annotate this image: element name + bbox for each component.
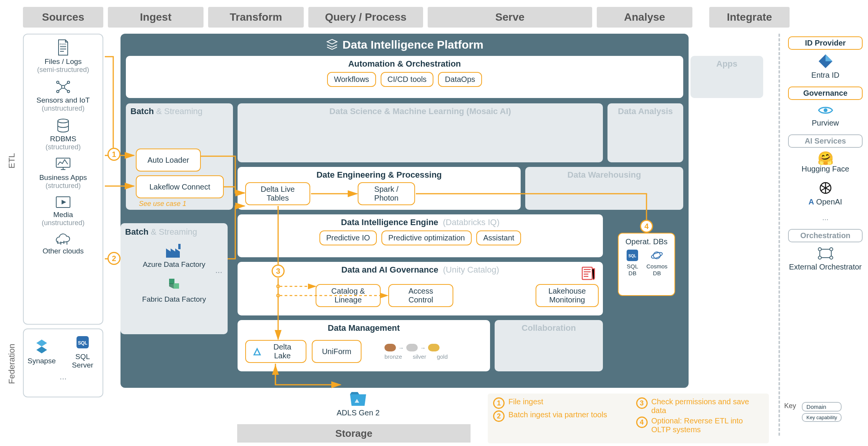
svg-point-23 xyxy=(818,256,821,259)
step-1: 1 xyxy=(107,148,121,161)
bs-b2: & Streaming xyxy=(148,227,197,237)
box-title-dm: Data Management xyxy=(238,320,490,333)
svg-text:SQL: SQL xyxy=(629,254,637,258)
box-dw: Data Warehousing xyxy=(525,167,683,210)
step-4: 4 xyxy=(640,220,653,233)
fed-label: SQL Server xyxy=(67,353,99,369)
stack-icon xyxy=(326,38,339,51)
source-subtitle: (unstructured) xyxy=(28,105,99,113)
box-di-engine: Data Intelligence Engine (Databricks IQ)… xyxy=(238,214,603,257)
svg-point-1 xyxy=(62,85,65,88)
source-title: RDBMS xyxy=(50,135,77,143)
gold-icon xyxy=(428,344,440,351)
integrate-column: ID Provider Entra ID Governance Purview … xyxy=(788,36,863,278)
factory-icon xyxy=(164,242,184,259)
source-media: Media (unstructured) xyxy=(28,195,99,227)
openai-label: OpenAI xyxy=(816,198,842,206)
source-title: Business Apps xyxy=(39,173,87,181)
side-label-etl: ETL xyxy=(7,123,17,199)
box-data-analysis: Data Analysis xyxy=(607,103,683,162)
bs-b: & Streaming xyxy=(154,106,202,116)
chip-cicd: CI/CD tools xyxy=(381,72,433,87)
bs-a2: Batch xyxy=(125,227,148,237)
legend-text-3: Check permissions and save data xyxy=(651,397,764,415)
legend-step-4: 4 xyxy=(636,417,648,428)
sources-fed-box: Synapse SQL SQL Server ... xyxy=(23,328,103,397)
source-bizapps: Business Apps (structured) xyxy=(28,157,99,190)
key-label: Key xyxy=(784,402,796,410)
di-title: Data Intelligence Engine xyxy=(341,217,438,227)
chip-workflows: Workflows xyxy=(327,72,376,87)
int-hf: 🤗 Hugging Face xyxy=(788,152,863,173)
hf-label: Hugging Face xyxy=(788,165,863,173)
svg-point-6 xyxy=(58,119,68,123)
box-ext-ingest: Batch & Streaming Azure Data Factory ...… xyxy=(121,223,228,334)
adls-block: ADLS Gen 2 xyxy=(337,390,379,417)
col-header-analyse: Analyse xyxy=(597,7,692,28)
sql-icon: SQL xyxy=(626,249,639,262)
chip-catalog: Catalog & Lineage xyxy=(316,284,381,307)
legend-box: 1File ingest 2Batch ingest via partner t… xyxy=(488,394,769,443)
col-header-serve: Serve xyxy=(428,7,592,28)
fed-synapse: Synapse xyxy=(28,338,56,365)
box-title-dw: Data Warehousing xyxy=(525,167,683,180)
source-title: Media xyxy=(53,211,73,219)
source-sensors: Sensors and IoT (unstructured) xyxy=(28,79,99,113)
source-subtitle: (structured) xyxy=(28,143,99,151)
sqlserver-icon: SQL xyxy=(74,334,91,351)
orchestrator-icon xyxy=(817,246,834,261)
box-title-collab: Collaboration xyxy=(495,320,603,333)
int-openai: A OpenAI xyxy=(788,180,863,206)
chip-access: Access Control xyxy=(388,284,453,307)
key-domain: Domain xyxy=(802,402,842,412)
svg-point-21 xyxy=(818,248,821,251)
entra-icon xyxy=(817,54,834,69)
key-box: Key Domain Key capability xyxy=(784,402,865,423)
chip-popt: Predictive optimization xyxy=(381,230,472,245)
silver-label: silver xyxy=(413,353,426,360)
chip-orchestration: Orchestration xyxy=(788,229,863,242)
source-title: Other clouds xyxy=(42,247,84,255)
source-title: Files / Logs xyxy=(44,57,81,65)
delta-icon xyxy=(252,346,262,357)
svg-point-22 xyxy=(830,248,833,251)
database-icon xyxy=(55,118,71,133)
ext-more: ... xyxy=(215,265,222,275)
adf-label: Azure Data Factory xyxy=(125,260,223,269)
int-purview: Purview xyxy=(788,104,863,127)
gold-label: gold xyxy=(437,353,448,360)
chip-governance: Governance xyxy=(788,87,863,100)
source-subtitle: (semi-structured) xyxy=(28,66,99,74)
cosmos-label: Cosmos DB xyxy=(646,263,669,276)
step-2: 2 xyxy=(107,252,121,265)
delta-lake-label: Delta Lake xyxy=(265,343,300,360)
box-collab: Collaboration xyxy=(495,320,603,371)
chip-deltalake: Delta Lake xyxy=(245,340,306,363)
column-headers-row: Sources Ingest Transform Query / Process… xyxy=(23,7,860,28)
legend-step-1: 1 xyxy=(493,397,505,409)
col-header-query-process: Query / Process xyxy=(308,7,423,28)
legend-text-4: Optional: Reverse ETL into OLTP systems xyxy=(651,417,764,434)
source-files-logs: 0101 Files / Logs (semi-structured) xyxy=(28,39,99,74)
ext-orch-label: External Orchestrator xyxy=(788,263,863,271)
key-capability: Key capability xyxy=(802,413,842,422)
newspaper-icon xyxy=(580,266,597,281)
cosmos-icon xyxy=(650,249,663,262)
sql-db-label: SQL DB xyxy=(625,263,640,276)
int-entra: Entra ID xyxy=(788,54,863,80)
step-3: 3 xyxy=(272,265,285,278)
chip-pio: Predictive IO xyxy=(319,230,377,245)
legend-text-2: Batch ingest via partner tools xyxy=(508,410,607,419)
gov-title: Data and AI Governance xyxy=(341,265,438,274)
source-rdbms: RDBMS (structured) xyxy=(28,118,99,151)
purview-icon xyxy=(817,104,834,117)
platform-title: Data Intelligence Platform xyxy=(121,34,689,55)
col-header-sources: Sources xyxy=(23,7,103,28)
legend-step-2: 2 xyxy=(493,410,505,422)
chip-ai-services: AI Services xyxy=(788,134,863,148)
diagram-root: Sources Ingest Transform Query / Process… xyxy=(0,0,868,446)
synapse-icon xyxy=(33,338,50,355)
fed-sqlserver: SQL SQL Server xyxy=(67,334,99,369)
chip-lakeflow: Lakeflow Connect xyxy=(136,175,224,198)
chip-dlt: Delta Live Tables xyxy=(245,182,310,205)
